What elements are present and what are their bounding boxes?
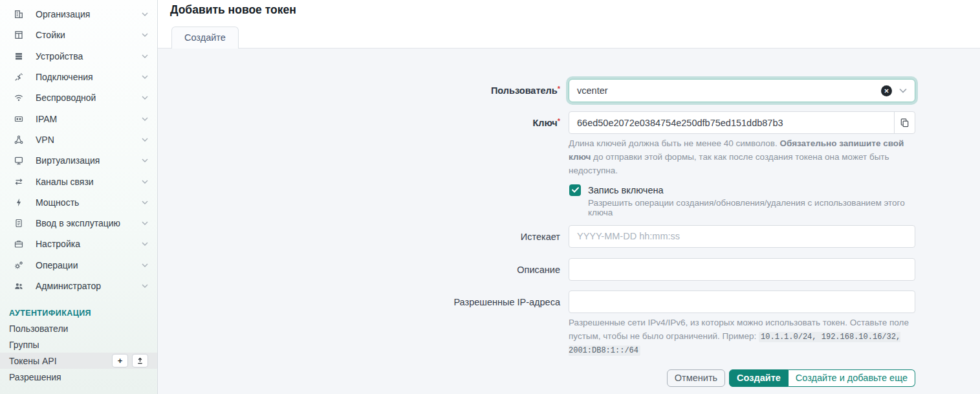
chevron-down-icon [142,54,148,58]
devices-icon [13,50,24,61]
sidebar-item-admin[interactable]: Администратор [0,276,157,296]
sidebar-item-label: Операции [36,260,142,270]
expires-label: Истекает [158,225,569,248]
sidebar-item-connections[interactable]: Подключения [0,67,157,87]
sidebar-item-label: Организация [36,9,142,19]
admin-icon [13,281,24,292]
sidebar: Организация Стойки Устройства Подключени… [0,0,158,394]
sidebar-item-groups[interactable]: Группы [0,336,157,353]
sidebar-item-provisioning[interactable]: Ввод в эксплутацию [0,213,157,234]
sidebar-item-customization[interactable]: Настройка [0,234,157,254]
allowed-ips-input[interactable] [569,290,915,313]
user-select-value: vcenter [577,85,881,96]
sidebar-item-permissions[interactable]: Разрешения [0,369,157,385]
sidebar-item-circuits[interactable]: Каналы связи [0,171,157,192]
sidebar-item-organization[interactable]: Организация [0,4,157,25]
wireless-icon [13,93,24,104]
connections-icon [13,72,24,83]
sidebar-item-racks[interactable]: Стойки [0,25,157,45]
sidebar-item-label: Каналы связи [36,177,142,187]
key-label: Ключ* [158,111,569,135]
sidebar-item-label: Ввод в эксплутацию [36,218,142,228]
sidebar-item-label: Устройства [36,51,142,61]
chevron-down-icon [142,284,148,288]
chevron-down-icon [142,180,148,184]
chevron-down-icon [142,263,148,267]
tab-create[interactable]: Создайте [171,27,239,49]
chevron-down-icon [142,201,148,204]
key-input[interactable] [569,111,895,134]
sidebar-item-users[interactable]: Пользователи [0,320,157,336]
operations-icon [13,259,24,270]
sidebar-item-label: Подключения [36,72,142,82]
chevron-down-icon [142,138,148,142]
sidebar-item-virtualization[interactable]: Виртуализация [0,150,157,171]
copy-button[interactable] [894,111,915,134]
vpn-icon [13,134,24,145]
expires-input[interactable] [569,225,915,248]
sidebar-item-wireless[interactable]: Беспроводной [0,87,157,108]
key-help-text: Длина ключей должна быть не менее 40 сим… [569,137,915,178]
form-row-write-enabled: Запись включена Разрешить операции созда… [158,184,980,217]
create-button[interactable]: Создайте [729,369,789,387]
sidebar-section-authentication: АУТЕНТИФИКАЦИЯ [0,306,157,320]
create-and-add-button[interactable]: Создайте и добавьте еще [789,369,915,387]
sidebar-item-label: Настройка [36,239,142,249]
required-mark: * [558,85,560,93]
description-label: Описание [158,258,569,281]
rack-icon [13,30,24,41]
cancel-button[interactable]: Отменить [667,369,725,387]
user-select[interactable]: vcenter ✕ [569,79,915,102]
sidebar-item-operations[interactable]: Операции [0,255,157,276]
copy-icon [900,118,909,127]
sidebar-item-label: VPN [36,135,142,145]
upload-icon [136,357,144,364]
form-row-key: Ключ* Длина ключей должна быть не менее … [158,111,980,178]
chevron-down-icon [142,96,148,100]
page-title: Добавить новое токен [170,3,296,17]
allowed-ips-help: Разрешенные сети IPv4/IPv6, из которых м… [569,316,915,357]
add-token-button[interactable]: + [112,354,128,367]
customization-icon [13,239,24,250]
sidebar-item-label: Виртуализация [36,155,142,166]
clear-selection-icon[interactable]: ✕ [881,85,892,96]
chevron-down-icon [142,117,148,121]
main-content: Добавить новое токен Создайте Пользовате… [158,0,980,394]
form-row-expires: Истекает [158,225,980,248]
form-row-allowed-ips: Разрешенные IP-адреса Разрешенные сети I… [158,290,980,357]
user-label: Пользователь* [158,79,569,102]
form-actions: Отменить Создайте Создайте и добавьте ещ… [569,369,915,387]
chevron-down-icon [142,221,148,225]
sidebar-item-ipam[interactable]: IPAM [0,108,157,129]
chevron-down-icon [142,242,148,246]
write-enabled-help: Разрешить операции создания/обновления/у… [588,198,915,217]
sidebar-item-vpn[interactable]: VPN [0,129,157,150]
building-icon [13,9,24,20]
circuits-icon [13,176,24,187]
required-mark: * [558,117,560,125]
chevron-down-icon [142,12,148,16]
form-row-description: Описание [158,258,980,281]
ipam-icon [13,113,24,124]
chevron-down-icon[interactable] [899,88,907,93]
virtualization-icon [13,155,24,166]
write-enabled-checkbox[interactable] [569,184,581,196]
sidebar-item-label: Администратор [36,281,142,291]
sidebar-item-label: Беспроводной [36,93,142,103]
sidebar-item-label: IPAM [36,114,142,124]
sidebar-item-power[interactable]: Мощность [0,192,157,213]
write-enabled-label: Запись включена [588,184,915,197]
chevron-down-icon [142,159,148,162]
sidebar-item-devices[interactable]: Устройства [0,46,157,67]
sidebar-item-label: Стойки [36,30,142,40]
check-icon [572,187,579,193]
form-panel: Пользователь* vcenter ✕ Ключ* [158,48,980,394]
form-row-user: Пользователь* vcenter ✕ [158,79,980,102]
chevron-down-icon [142,75,148,79]
power-icon [13,197,24,208]
chevron-down-icon [142,33,148,37]
sidebar-item-label: Мощность [36,197,142,208]
sidebar-item-api-tokens[interactable]: Токены API + [0,353,157,369]
import-token-button[interactable] [132,354,148,367]
description-input[interactable] [569,258,915,281]
